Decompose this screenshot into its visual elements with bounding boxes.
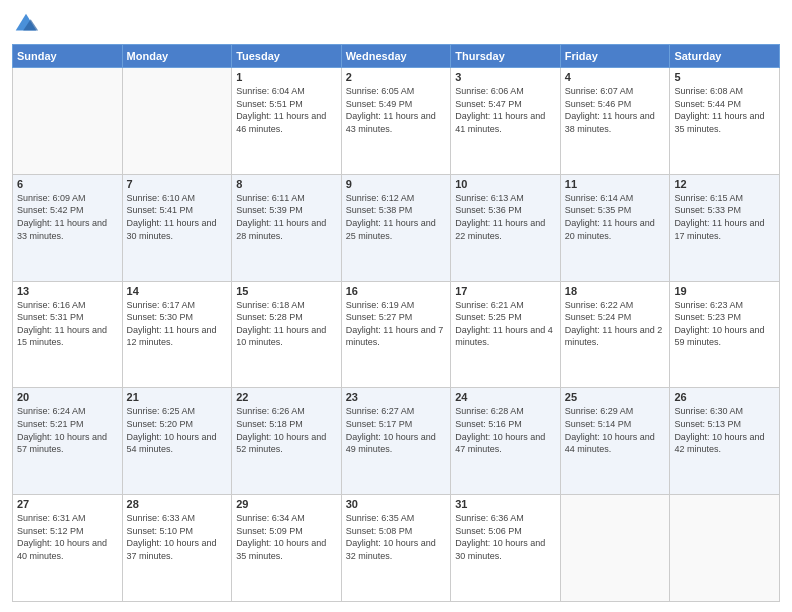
day-number: 4 <box>565 71 666 83</box>
weekday-header-wednesday: Wednesday <box>341 45 451 68</box>
day-info: Sunrise: 6:29 AM Sunset: 5:14 PM Dayligh… <box>565 405 666 455</box>
day-number: 22 <box>236 391 337 403</box>
weekday-header-sunday: Sunday <box>13 45 123 68</box>
calendar-cell: 7Sunrise: 6:10 AM Sunset: 5:41 PM Daylig… <box>122 174 232 281</box>
day-info: Sunrise: 6:33 AM Sunset: 5:10 PM Dayligh… <box>127 512 228 562</box>
weekday-header-saturday: Saturday <box>670 45 780 68</box>
day-number: 26 <box>674 391 775 403</box>
day-number: 6 <box>17 178 118 190</box>
day-info: Sunrise: 6:12 AM Sunset: 5:38 PM Dayligh… <box>346 192 447 242</box>
calendar-cell: 9Sunrise: 6:12 AM Sunset: 5:38 PM Daylig… <box>341 174 451 281</box>
calendar-cell: 17Sunrise: 6:21 AM Sunset: 5:25 PM Dayli… <box>451 281 561 388</box>
calendar-cell: 19Sunrise: 6:23 AM Sunset: 5:23 PM Dayli… <box>670 281 780 388</box>
day-info: Sunrise: 6:04 AM Sunset: 5:51 PM Dayligh… <box>236 85 337 135</box>
day-number: 25 <box>565 391 666 403</box>
calendar-cell: 5Sunrise: 6:08 AM Sunset: 5:44 PM Daylig… <box>670 68 780 175</box>
day-number: 23 <box>346 391 447 403</box>
weekday-header-thursday: Thursday <box>451 45 561 68</box>
calendar-cell: 2Sunrise: 6:05 AM Sunset: 5:49 PM Daylig… <box>341 68 451 175</box>
calendar-cell: 25Sunrise: 6:29 AM Sunset: 5:14 PM Dayli… <box>560 388 670 495</box>
weekday-header-monday: Monday <box>122 45 232 68</box>
day-info: Sunrise: 6:24 AM Sunset: 5:21 PM Dayligh… <box>17 405 118 455</box>
day-info: Sunrise: 6:26 AM Sunset: 5:18 PM Dayligh… <box>236 405 337 455</box>
calendar-cell <box>670 495 780 602</box>
calendar-cell: 13Sunrise: 6:16 AM Sunset: 5:31 PM Dayli… <box>13 281 123 388</box>
day-number: 7 <box>127 178 228 190</box>
day-info: Sunrise: 6:10 AM Sunset: 5:41 PM Dayligh… <box>127 192 228 242</box>
calendar-cell <box>560 495 670 602</box>
day-info: Sunrise: 6:34 AM Sunset: 5:09 PM Dayligh… <box>236 512 337 562</box>
day-info: Sunrise: 6:25 AM Sunset: 5:20 PM Dayligh… <box>127 405 228 455</box>
day-number: 20 <box>17 391 118 403</box>
day-number: 2 <box>346 71 447 83</box>
day-number: 11 <box>565 178 666 190</box>
day-info: Sunrise: 6:23 AM Sunset: 5:23 PM Dayligh… <box>674 299 775 349</box>
day-number: 27 <box>17 498 118 510</box>
calendar-cell <box>13 68 123 175</box>
day-info: Sunrise: 6:22 AM Sunset: 5:24 PM Dayligh… <box>565 299 666 349</box>
week-row-4: 20Sunrise: 6:24 AM Sunset: 5:21 PM Dayli… <box>13 388 780 495</box>
week-row-2: 6Sunrise: 6:09 AM Sunset: 5:42 PM Daylig… <box>13 174 780 281</box>
day-number: 24 <box>455 391 556 403</box>
day-info: Sunrise: 6:08 AM Sunset: 5:44 PM Dayligh… <box>674 85 775 135</box>
calendar-cell: 10Sunrise: 6:13 AM Sunset: 5:36 PM Dayli… <box>451 174 561 281</box>
calendar-cell: 15Sunrise: 6:18 AM Sunset: 5:28 PM Dayli… <box>232 281 342 388</box>
day-number: 16 <box>346 285 447 297</box>
calendar-cell: 12Sunrise: 6:15 AM Sunset: 5:33 PM Dayli… <box>670 174 780 281</box>
calendar-cell: 4Sunrise: 6:07 AM Sunset: 5:46 PM Daylig… <box>560 68 670 175</box>
day-number: 14 <box>127 285 228 297</box>
day-number: 13 <box>17 285 118 297</box>
logo-icon <box>12 10 40 38</box>
calendar-cell: 16Sunrise: 6:19 AM Sunset: 5:27 PM Dayli… <box>341 281 451 388</box>
day-number: 29 <box>236 498 337 510</box>
calendar-cell: 1Sunrise: 6:04 AM Sunset: 5:51 PM Daylig… <box>232 68 342 175</box>
calendar-cell: 3Sunrise: 6:06 AM Sunset: 5:47 PM Daylig… <box>451 68 561 175</box>
day-number: 28 <box>127 498 228 510</box>
calendar-cell: 31Sunrise: 6:36 AM Sunset: 5:06 PM Dayli… <box>451 495 561 602</box>
day-number: 19 <box>674 285 775 297</box>
day-info: Sunrise: 6:15 AM Sunset: 5:33 PM Dayligh… <box>674 192 775 242</box>
day-info: Sunrise: 6:17 AM Sunset: 5:30 PM Dayligh… <box>127 299 228 349</box>
day-info: Sunrise: 6:11 AM Sunset: 5:39 PM Dayligh… <box>236 192 337 242</box>
calendar-cell <box>122 68 232 175</box>
day-number: 15 <box>236 285 337 297</box>
day-number: 31 <box>455 498 556 510</box>
calendar-cell: 20Sunrise: 6:24 AM Sunset: 5:21 PM Dayli… <box>13 388 123 495</box>
calendar-cell: 28Sunrise: 6:33 AM Sunset: 5:10 PM Dayli… <box>122 495 232 602</box>
day-number: 12 <box>674 178 775 190</box>
day-info: Sunrise: 6:09 AM Sunset: 5:42 PM Dayligh… <box>17 192 118 242</box>
weekday-header-row: SundayMondayTuesdayWednesdayThursdayFrid… <box>13 45 780 68</box>
calendar-cell: 23Sunrise: 6:27 AM Sunset: 5:17 PM Dayli… <box>341 388 451 495</box>
day-info: Sunrise: 6:35 AM Sunset: 5:08 PM Dayligh… <box>346 512 447 562</box>
day-number: 1 <box>236 71 337 83</box>
calendar-cell: 29Sunrise: 6:34 AM Sunset: 5:09 PM Dayli… <box>232 495 342 602</box>
day-info: Sunrise: 6:06 AM Sunset: 5:47 PM Dayligh… <box>455 85 556 135</box>
day-info: Sunrise: 6:13 AM Sunset: 5:36 PM Dayligh… <box>455 192 556 242</box>
weekday-header-tuesday: Tuesday <box>232 45 342 68</box>
day-number: 30 <box>346 498 447 510</box>
week-row-5: 27Sunrise: 6:31 AM Sunset: 5:12 PM Dayli… <box>13 495 780 602</box>
day-number: 21 <box>127 391 228 403</box>
calendar-table: SundayMondayTuesdayWednesdayThursdayFrid… <box>12 44 780 602</box>
calendar-cell: 6Sunrise: 6:09 AM Sunset: 5:42 PM Daylig… <box>13 174 123 281</box>
day-info: Sunrise: 6:30 AM Sunset: 5:13 PM Dayligh… <box>674 405 775 455</box>
day-info: Sunrise: 6:27 AM Sunset: 5:17 PM Dayligh… <box>346 405 447 455</box>
calendar-cell: 18Sunrise: 6:22 AM Sunset: 5:24 PM Dayli… <box>560 281 670 388</box>
day-number: 10 <box>455 178 556 190</box>
calendar-cell: 24Sunrise: 6:28 AM Sunset: 5:16 PM Dayli… <box>451 388 561 495</box>
day-number: 8 <box>236 178 337 190</box>
calendar-cell: 27Sunrise: 6:31 AM Sunset: 5:12 PM Dayli… <box>13 495 123 602</box>
day-info: Sunrise: 6:36 AM Sunset: 5:06 PM Dayligh… <box>455 512 556 562</box>
calendar-cell: 14Sunrise: 6:17 AM Sunset: 5:30 PM Dayli… <box>122 281 232 388</box>
calendar-cell: 8Sunrise: 6:11 AM Sunset: 5:39 PM Daylig… <box>232 174 342 281</box>
day-number: 9 <box>346 178 447 190</box>
day-info: Sunrise: 6:14 AM Sunset: 5:35 PM Dayligh… <box>565 192 666 242</box>
day-info: Sunrise: 6:16 AM Sunset: 5:31 PM Dayligh… <box>17 299 118 349</box>
day-number: 17 <box>455 285 556 297</box>
day-info: Sunrise: 6:05 AM Sunset: 5:49 PM Dayligh… <box>346 85 447 135</box>
calendar-cell: 26Sunrise: 6:30 AM Sunset: 5:13 PM Dayli… <box>670 388 780 495</box>
week-row-1: 1Sunrise: 6:04 AM Sunset: 5:51 PM Daylig… <box>13 68 780 175</box>
calendar-cell: 30Sunrise: 6:35 AM Sunset: 5:08 PM Dayli… <box>341 495 451 602</box>
day-number: 3 <box>455 71 556 83</box>
page: SundayMondayTuesdayWednesdayThursdayFrid… <box>0 0 792 612</box>
